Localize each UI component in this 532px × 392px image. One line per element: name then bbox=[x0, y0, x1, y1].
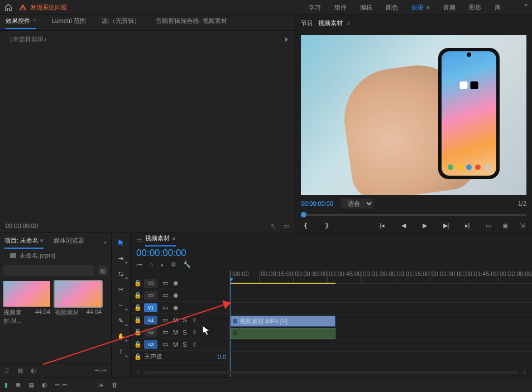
zoom-slider[interactable]: ━○━ bbox=[95, 367, 107, 374]
tab-lumetri-scopes[interactable]: Lumetri 范围 bbox=[52, 17, 87, 28]
tab-effect-controls[interactable]: 效果控件 ≡ bbox=[6, 17, 36, 28]
zoom-fit-select[interactable]: 适合 bbox=[341, 199, 373, 209]
solo-button[interactable]: S bbox=[183, 317, 186, 323]
render-status-icon[interactable]: ▮ bbox=[4, 381, 8, 389]
tab-sequence[interactable]: 视频素材 ≡ bbox=[145, 234, 176, 246]
track-row-a2[interactable] bbox=[230, 340, 532, 352]
sync-lock-icon[interactable]: ▭ bbox=[162, 292, 169, 299]
bin-item[interactable]: 视频素材.M...44:04 bbox=[3, 281, 50, 325]
track-header-v3[interactable]: 🔒V3▭◉ bbox=[131, 277, 229, 289]
voice-over-icon[interactable]: 🎙 bbox=[191, 317, 196, 323]
track-header-master[interactable]: 🔒主声道0.0 bbox=[131, 351, 229, 363]
razor-tool[interactable]: ✂ bbox=[116, 284, 126, 294]
mute-button[interactable]: M bbox=[173, 329, 178, 336]
track-header-v2[interactable]: 🔒V2▭◉ bbox=[131, 289, 229, 302]
tab-media-browser[interactable]: 媒体浏览器 bbox=[54, 237, 84, 248]
voice-over-icon[interactable]: 🎙 bbox=[191, 329, 196, 336]
track-select-tool[interactable]: ⇥▸ bbox=[116, 253, 126, 263]
slider-icon[interactable]: ━○━ bbox=[55, 381, 67, 389]
lock-icon[interactable]: 🔒 bbox=[134, 316, 140, 323]
mute-button[interactable]: M bbox=[173, 341, 178, 348]
video-clip[interactable]: 视频素材.MP4 [V] bbox=[230, 316, 336, 327]
sync-lock-icon[interactable]: ▭ bbox=[162, 329, 169, 336]
track-header-v1[interactable]: 🔒V1▭◉ bbox=[131, 302, 229, 314]
project-search-input[interactable] bbox=[3, 265, 94, 276]
home-icon[interactable] bbox=[4, 3, 12, 11]
loop-icon[interactable]: ↻ bbox=[271, 222, 276, 230]
ws-tab-libs[interactable]: 库 bbox=[495, 1, 501, 14]
panel-overflow-icon[interactable]: » bbox=[103, 239, 107, 245]
overflow-icon[interactable]: » bbox=[524, 1, 528, 14]
track-row-v2[interactable] bbox=[230, 303, 532, 315]
sync-lock-icon[interactable]: ▭ bbox=[162, 341, 169, 348]
scrub-bar[interactable] bbox=[301, 211, 526, 219]
tab-source-monitor[interactable]: 源:（无剪辑） bbox=[102, 17, 140, 28]
slip-tool[interactable]: ↔▸ bbox=[116, 300, 126, 310]
wrench-icon[interactable]: 🔧 bbox=[183, 261, 191, 268]
track-row-v3[interactable] bbox=[230, 291, 532, 303]
lock-icon[interactable]: 🔒 bbox=[134, 279, 140, 287]
ws-tab-editing[interactable]: 编辑 bbox=[360, 1, 372, 14]
bin-item[interactable]: 视频素材44:04 bbox=[55, 281, 102, 325]
tab-audio-clip-mixer[interactable]: 音频剪辑混合器: 视频素材 bbox=[156, 17, 227, 28]
lock-icon[interactable]: 🔒 bbox=[134, 341, 140, 348]
lock-icon[interactable]: 🔒 bbox=[134, 328, 140, 336]
ws-tab-effects[interactable]: 效果 ≡ bbox=[411, 1, 430, 14]
toggle-output-icon[interactable]: ◉ bbox=[173, 279, 180, 287]
lift-icon[interactable]: ▭ bbox=[484, 222, 493, 229]
system-warning[interactable]: 发现系统问题 bbox=[19, 3, 67, 12]
track-row-v1[interactable]: 视频素材.MP4 [V] bbox=[230, 315, 532, 327]
linked-selection-icon[interactable]: ∩ bbox=[149, 261, 154, 268]
track-header-a3[interactable]: 🔒A3▭MS🎙 bbox=[131, 338, 229, 351]
thumbnail-icon[interactable]: ▦ bbox=[28, 381, 34, 389]
export-frame-icon[interactable]: ▭ bbox=[284, 222, 289, 230]
export-icon[interactable]: ⇲ bbox=[517, 222, 526, 229]
mark-in-icon[interactable]: ❴ bbox=[301, 222, 310, 229]
step-fwd-icon[interactable]: ▶| bbox=[442, 222, 450, 229]
freeform-view-icon[interactable]: ◐ bbox=[31, 367, 36, 374]
ws-tab-learn[interactable]: 学习 bbox=[309, 1, 321, 14]
panel-menu-icon[interactable]: ≡ bbox=[347, 20, 351, 26]
toggle-output-icon[interactable]: ◉ bbox=[173, 304, 180, 311]
new-item-icon[interactable]: ≡▸ bbox=[97, 381, 104, 389]
master-volume[interactable]: 0.0 bbox=[218, 354, 226, 360]
filter-bin-icon[interactable]: ▥ bbox=[98, 265, 108, 275]
voice-over-icon[interactable]: 🎙 bbox=[191, 341, 196, 348]
time-ruler[interactable]: :00:00 00:00:15:00 00:00:30:00 00:00:45:… bbox=[230, 270, 532, 284]
extract-icon[interactable]: ▣ bbox=[501, 222, 510, 229]
lock-icon[interactable]: 🔒 bbox=[134, 304, 140, 311]
pen-tool[interactable]: ✎▸ bbox=[116, 316, 126, 326]
solo-button[interactable]: S bbox=[183, 329, 186, 336]
track-row-a1[interactable] bbox=[230, 327, 532, 340]
tab-project[interactable]: 项目: 未命名 ≡ bbox=[4, 236, 44, 248]
timeline-timecode[interactable]: 00:00:00:00 bbox=[136, 248, 191, 259]
ws-tab-color[interactable]: 颜色 bbox=[386, 1, 398, 14]
selection-tool[interactable] bbox=[116, 238, 126, 248]
go-to-out-icon[interactable]: ▸| bbox=[463, 222, 472, 229]
icon-view-icon[interactable]: ▦ bbox=[17, 367, 23, 374]
trash-icon[interactable]: 🗑 bbox=[112, 381, 118, 388]
track-header-a2[interactable]: 🔒A2▭MS🎙 bbox=[131, 326, 229, 338]
lock-icon[interactable]: 🔒 bbox=[134, 292, 140, 299]
type-tool[interactable]: T▸ bbox=[116, 347, 126, 357]
mute-button[interactable]: M bbox=[173, 317, 178, 323]
audio-clip[interactable] bbox=[230, 328, 336, 339]
ws-tab-graphics[interactable]: 图形 bbox=[469, 1, 481, 14]
list-icon[interactable]: ≣ bbox=[16, 381, 21, 389]
settings-icon[interactable]: ⚙ bbox=[171, 261, 176, 268]
solo-button[interactable]: S bbox=[183, 341, 186, 348]
ws-tab-assembly[interactable]: 组件 bbox=[334, 1, 347, 14]
sync-lock-icon[interactable]: ▭ bbox=[162, 317, 169, 323]
ws-tab-audio[interactable]: 音频 bbox=[443, 1, 456, 14]
timeline-scrollbar[interactable]: ○○ bbox=[131, 368, 532, 377]
track-area[interactable]: :00:00 00:00:15:00 00:00:30:00 00:00:45:… bbox=[230, 270, 532, 377]
snap-icon[interactable]: ⊶ bbox=[136, 261, 142, 268]
sync-lock-icon[interactable]: ▭ bbox=[162, 280, 169, 287]
program-monitor-viewport[interactable] bbox=[301, 35, 526, 195]
track-header-a1[interactable]: 🔒A1▭MS🎙 bbox=[131, 314, 229, 326]
caret-icon[interactable] bbox=[285, 37, 288, 42]
program-timecode[interactable]: 00:00:00:00 bbox=[301, 200, 333, 207]
mark-out-icon[interactable]: ❵ bbox=[322, 222, 331, 229]
marker-icon[interactable]: ⬥ bbox=[160, 261, 164, 268]
track-row-a3[interactable] bbox=[230, 352, 532, 364]
